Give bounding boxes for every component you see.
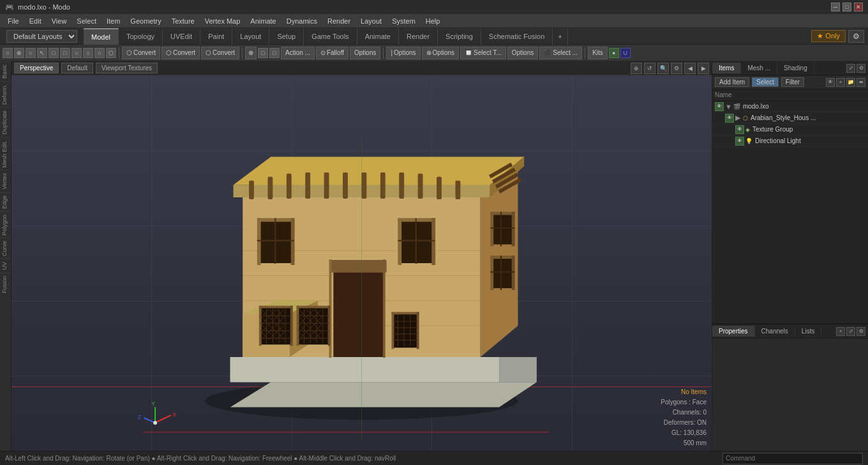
menu-geometry[interactable]: Geometry bbox=[125, 16, 166, 26]
tab-render[interactable]: Render bbox=[399, 28, 438, 45]
menu-view[interactable]: View bbox=[47, 16, 72, 26]
layout-select[interactable]: Default Layouts bbox=[6, 30, 77, 43]
sidebar-basic[interactable]: Basic bbox=[0, 61, 11, 81]
expand-scene[interactable]: ▼ bbox=[725, 103, 732, 111]
menu-dynamics[interactable]: Dynamics bbox=[281, 16, 322, 26]
tab-add[interactable]: + bbox=[553, 28, 567, 45]
menu-item[interactable]: Item bbox=[101, 16, 125, 26]
rp-sort-icon[interactable]: ⬌ bbox=[857, 78, 865, 87]
expand-house[interactable]: ▶ bbox=[735, 114, 740, 122]
options-button-2[interactable]: | Options bbox=[386, 47, 420, 59]
tab-layout[interactable]: Layout bbox=[232, 28, 269, 45]
select-item-button[interactable]: Select bbox=[752, 77, 779, 87]
options-button-1[interactable]: Options bbox=[350, 47, 380, 59]
prop-tab-channels[interactable]: Channels bbox=[755, 326, 795, 337]
menu-vertexmap[interactable]: Vertex Map bbox=[200, 16, 246, 26]
prop-gear-button[interactable]: ⚙ bbox=[857, 327, 865, 336]
eye-house[interactable]: 👁 bbox=[725, 114, 734, 123]
vp-next-button[interactable]: ▶ bbox=[698, 63, 709, 74]
tab-model[interactable]: Model bbox=[84, 28, 119, 45]
convert-button-3[interactable]: ⬡ Convert bbox=[201, 47, 239, 59]
prop-tab-lists[interactable]: Lists bbox=[795, 326, 822, 337]
tab-setup[interactable]: Setup bbox=[269, 28, 304, 45]
sidebar-polygon[interactable]: Polygon bbox=[0, 211, 11, 238]
rp-folder-icon[interactable]: 📁 bbox=[846, 78, 855, 87]
item-row-texture[interactable]: 👁 ◈ Texture Group bbox=[712, 124, 868, 135]
rp-tab-shading[interactable]: Shading bbox=[777, 63, 814, 73]
toolbar-unrealicon[interactable]: U bbox=[620, 48, 631, 58]
maximize-button[interactable]: □ bbox=[842, 3, 851, 11]
toolbar-icon-6[interactable]: ○ bbox=[71, 48, 82, 58]
sidebar-uv[interactable]: UV bbox=[0, 259, 11, 273]
toolbar-select-icon[interactable]: □ bbox=[49, 48, 59, 58]
item-row-light[interactable]: 👁 💡 Directional Light bbox=[712, 135, 868, 147]
toolbar-mode-3[interactable]: ○ bbox=[26, 48, 36, 58]
menu-select[interactable]: Select bbox=[71, 16, 101, 26]
sidebar-fusion[interactable]: Fusion bbox=[0, 273, 11, 296]
sidebar-deform[interactable]: Deform. bbox=[0, 81, 11, 107]
tab-scripting[interactable]: Scripting bbox=[438, 28, 481, 45]
falloff-button[interactable]: ⊙ Falloff bbox=[316, 47, 348, 59]
menu-layout[interactable]: Layout bbox=[355, 16, 387, 26]
filter-button[interactable]: Filter bbox=[781, 77, 804, 87]
star-only-button[interactable]: ★ Only bbox=[811, 30, 846, 42]
rp-ctrl-gear[interactable]: ⚙ bbox=[857, 64, 865, 73]
menu-render[interactable]: Render bbox=[322, 16, 355, 26]
kits-button[interactable]: Kits bbox=[588, 47, 608, 59]
toolbar-icon-8[interactable]: ○ bbox=[94, 48, 105, 58]
menu-file[interactable]: File bbox=[3, 16, 24, 26]
gear-button[interactable]: ⚙ bbox=[848, 30, 864, 43]
vp-zoom-button[interactable]: 🔍 bbox=[657, 63, 669, 74]
tab-gametools[interactable]: Game Tools bbox=[304, 28, 357, 45]
toolbar-move-icon[interactable]: ↖ bbox=[37, 48, 47, 58]
prop-expand-button[interactable]: ⤢ bbox=[846, 327, 855, 336]
convert-button-2[interactable]: ⬡ Convert bbox=[161, 47, 200, 59]
menu-texture[interactable]: Texture bbox=[167, 16, 200, 26]
toolbar-icon-11[interactable]: □ bbox=[269, 48, 280, 58]
item-row-house[interactable]: 👁 ▶ ⬡ Arabian_Style_Hous ... bbox=[712, 112, 868, 124]
options-button-4[interactable]: Options bbox=[507, 47, 538, 59]
toolbar-mode-2[interactable]: ⊕ bbox=[14, 48, 24, 58]
select-t-button[interactable]: 🔲 Select T... bbox=[460, 47, 506, 59]
item-row-scene[interactable]: 👁 ▼ 🎬 modo.lxo bbox=[712, 101, 868, 112]
sidebar-vertex[interactable]: Vertex bbox=[0, 170, 11, 192]
vp-pan-button[interactable]: ⊕ bbox=[631, 63, 642, 74]
rp-ctrl-expand[interactable]: ⤢ bbox=[846, 64, 855, 73]
add-item-button[interactable]: Add Item bbox=[715, 77, 749, 87]
rp-add-icon[interactable]: + bbox=[836, 78, 845, 87]
sidebar-meshedit[interactable]: Mesh Edit. bbox=[0, 137, 11, 171]
menu-system[interactable]: System bbox=[387, 16, 421, 26]
sidebar-curve[interactable]: Curve bbox=[0, 238, 11, 259]
menu-help[interactable]: Help bbox=[421, 16, 445, 26]
eye-scene[interactable]: 👁 bbox=[715, 102, 724, 111]
close-button[interactable]: ✕ bbox=[854, 3, 863, 11]
vp-settings-button[interactable]: ⚙ bbox=[671, 63, 682, 74]
toolbar-icon-9[interactable]: ⬡ bbox=[106, 48, 116, 58]
command-input[interactable] bbox=[722, 453, 863, 464]
eye-texture[interactable]: 👁 bbox=[735, 125, 744, 134]
toolbar-icon-5[interactable]: □ bbox=[60, 48, 70, 58]
menu-edit[interactable]: Edit bbox=[24, 16, 47, 26]
vp-tab-default[interactable]: Default bbox=[61, 63, 93, 73]
toolbar-transform-dropdown[interactable]: ⊕ bbox=[245, 47, 257, 59]
eye-light[interactable]: 👁 bbox=[735, 137, 744, 146]
menu-animate[interactable]: Animate bbox=[245, 16, 281, 26]
tab-animate[interactable]: Animate bbox=[357, 28, 399, 45]
sidebar-duplicate[interactable]: Duplicate bbox=[0, 107, 11, 137]
vp-tab-textures[interactable]: Viewport Textures bbox=[96, 63, 158, 73]
title-bar-controls[interactable]: ─ □ ✕ bbox=[831, 3, 863, 11]
tab-uvedit[interactable]: UVEdit bbox=[163, 28, 200, 45]
sidebar-edge[interactable]: Edge bbox=[0, 192, 11, 211]
select-dots-button[interactable]: ⬛ Select ... bbox=[539, 47, 582, 59]
action-button[interactable]: Action ... bbox=[281, 47, 315, 59]
toolbar-icon-10[interactable]: □ bbox=[258, 48, 268, 58]
vp-tab-perspective[interactable]: Perspective bbox=[14, 63, 59, 73]
toolbar-ball-icon[interactable]: ● bbox=[609, 48, 619, 58]
viewport[interactable]: Perspective Default Viewport Textures ⊕ … bbox=[11, 61, 712, 451]
rp-tab-items[interactable]: Items bbox=[712, 63, 741, 73]
toolbar-mode-1[interactable]: ○ bbox=[3, 48, 13, 58]
convert-button-1[interactable]: ⬡ Convert bbox=[122, 47, 160, 59]
rp-tab-mesh[interactable]: Mesh ... bbox=[741, 63, 777, 73]
tab-topology[interactable]: Topology bbox=[119, 28, 163, 45]
toolbar-icon-7[interactable]: ○ bbox=[83, 48, 93, 58]
